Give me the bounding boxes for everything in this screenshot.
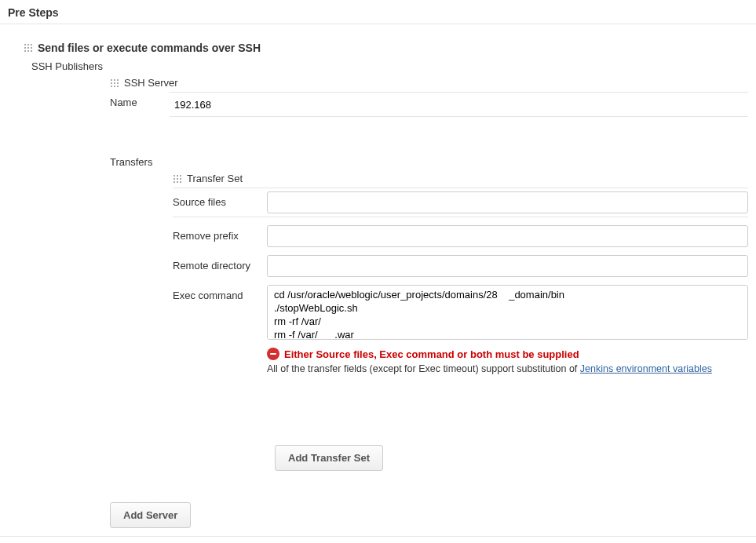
transfer-set-header: Transfer Set [173, 173, 748, 184]
add-transfer-set-wrap: Add Transfer Set [275, 445, 748, 471]
remote-directory-label: Remote directory [173, 255, 267, 272]
env-vars-link[interactable]: Jenkins environment variables [580, 363, 712, 374]
source-files-label: Source files [173, 191, 267, 208]
add-server-button[interactable]: Add Server [110, 502, 191, 528]
ssh-server-header: SSH Server [110, 77, 748, 89]
exec-command-label: Exec command [173, 285, 267, 301]
section-header: Pre Steps [0, 0, 756, 24]
drag-handle-icon[interactable] [24, 43, 33, 53]
ssh-server-block: SSH Server Name [110, 77, 748, 117]
error-message: Either Source files, Exec command or bot… [284, 348, 579, 360]
transfers-block: Transfers Transfer Set Source files Remo… [110, 156, 748, 471]
remote-directory-row: Remote directory [173, 255, 748, 277]
section-title: Pre Steps [8, 6, 59, 19]
publishers-label: SSH Publishers [31, 60, 748, 72]
ssh-server-title: SSH Server [124, 77, 178, 89]
error-line: Either Source files, Exec command or bot… [267, 348, 748, 360]
remove-prefix-label: Remove prefix [173, 225, 267, 242]
source-files-row: Source files [173, 188, 748, 217]
add-server-wrap: Add Server [110, 502, 748, 528]
transfer-set-block: Transfer Set Source files Remove prefix … [173, 173, 748, 374]
builder-header: Send files or execute commands over SSH [24, 42, 748, 54]
exec-command-textarea[interactable] [267, 285, 748, 340]
server-name-input[interactable] [170, 96, 748, 113]
content-area: Send files or execute commands over SSH … [0, 24, 756, 528]
exec-command-row: Exec command [173, 285, 748, 340]
error-icon [267, 348, 279, 360]
remote-directory-input[interactable] [267, 255, 748, 277]
source-files-input[interactable] [267, 191, 748, 213]
remove-prefix-row: Remove prefix [173, 225, 748, 247]
validation-block: Either Source files, Exec command or bot… [267, 348, 748, 374]
add-transfer-set-button[interactable]: Add Transfer Set [275, 445, 383, 471]
drag-handle-icon[interactable] [173, 174, 182, 184]
transfers-label: Transfers [110, 156, 748, 168]
name-row: Name [110, 92, 748, 117]
drag-handle-icon[interactable] [110, 78, 119, 88]
remove-prefix-input[interactable] [267, 225, 748, 247]
hint-text: All of the transfer fields (except for E… [267, 363, 580, 374]
name-label: Name [110, 92, 170, 117]
bottom-divider [0, 536, 756, 537]
transfer-set-title: Transfer Set [187, 173, 243, 184]
builder-title: Send files or execute commands over SSH [38, 42, 261, 54]
hint-line: All of the transfer fields (except for E… [267, 363, 748, 374]
